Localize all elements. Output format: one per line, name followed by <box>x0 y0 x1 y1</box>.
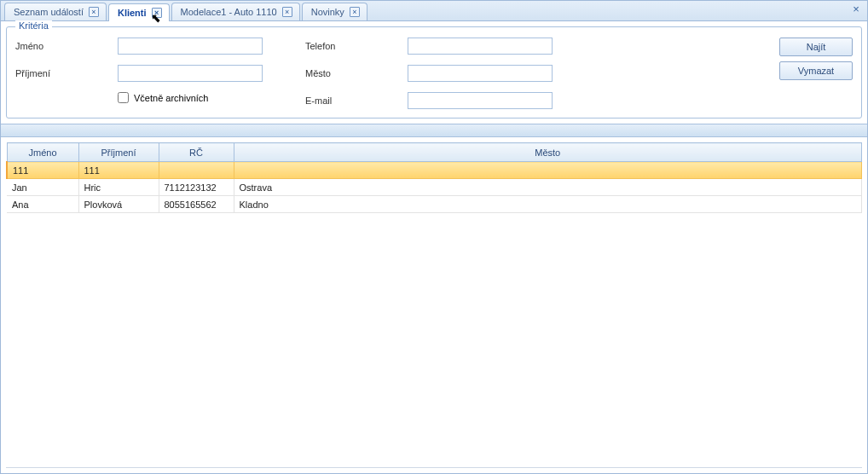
criteria-panel: Kritéria Jméno Příjmení Včetně archivníc… <box>6 26 862 118</box>
table-cell: 7112123132 <box>159 179 234 196</box>
tab-bar: ⬉ Seznam událostí×Klienti×Modelace1 - Au… <box>1 1 867 21</box>
column-header[interactable]: Město <box>234 143 862 162</box>
column-header[interactable]: Příjmení <box>78 143 159 162</box>
tab-label: Modelace1 - Auto 1110 <box>181 7 277 17</box>
table-cell: 8055165562 <box>159 196 234 213</box>
label-jmeno: Jméno <box>15 41 118 51</box>
label-prijmeni: Příjmení <box>15 68 118 78</box>
input-email[interactable] <box>408 92 553 109</box>
input-mesto[interactable] <box>408 65 553 82</box>
tab-close-icon[interactable]: × <box>89 7 99 17</box>
results-grid[interactable]: JménoPříjmeníRČMěsto 111111JanHric711212… <box>6 142 862 213</box>
label-mesto: Město <box>305 68 408 78</box>
table-row[interactable]: JanHric7112123132Ostrava <box>7 179 862 196</box>
tab-close-icon[interactable]: × <box>282 7 292 17</box>
label-telefon: Telefon <box>305 41 408 51</box>
tab-close-icon[interactable]: × <box>152 8 162 18</box>
column-header[interactable]: RČ <box>159 143 234 162</box>
table-cell: Kladno <box>234 196 862 213</box>
tab-seznam-ud-lost-[interactable]: Seznam událostí× <box>4 3 107 20</box>
input-prijmeni[interactable] <box>118 65 263 82</box>
checkbox-include-archive[interactable] <box>118 92 129 103</box>
table-cell: Plovková <box>78 196 159 213</box>
table-cell: Hric <box>78 179 159 196</box>
table-cell: Jan <box>7 179 78 196</box>
tab-label: Seznam událostí <box>14 7 84 17</box>
tab-label: Klienti <box>118 8 147 18</box>
tab-label: Novinky <box>311 7 344 17</box>
search-button[interactable]: Najít <box>779 38 853 56</box>
column-header[interactable]: Jméno <box>7 143 78 162</box>
clear-button[interactable]: Vymazat <box>779 61 853 80</box>
input-telefon[interactable] <box>408 38 553 55</box>
table-cell: 111 <box>7 162 78 179</box>
tab-modelace1-auto-1110[interactable]: Modelace1 - Auto 1110× <box>171 3 300 20</box>
table-cell: 111 <box>78 162 159 179</box>
table-row[interactable]: AnaPlovková8055165562Kladno <box>7 196 862 213</box>
label-include-archive: Včetně archivních <box>134 93 208 103</box>
input-jmeno[interactable] <box>118 38 263 55</box>
label-email: E-mail <box>305 95 408 106</box>
tab-klienti[interactable]: Klienti× <box>108 3 170 21</box>
results-grid-wrap: JménoPříjmeníRČMěsto 111111JanHric711212… <box>6 142 862 468</box>
close-all-tabs[interactable]: × <box>850 4 862 16</box>
table-row[interactable]: 111111 <box>7 162 862 179</box>
criteria-legend: Kritéria <box>15 20 52 31</box>
table-cell: Ostrava <box>234 179 862 196</box>
toolbar-spacer <box>1 124 867 137</box>
table-cell <box>159 162 234 179</box>
tab-novinky[interactable]: Novinky× <box>302 3 367 20</box>
table-cell: Ana <box>7 196 78 213</box>
table-cell <box>234 162 862 179</box>
tab-close-icon[interactable]: × <box>350 7 360 17</box>
